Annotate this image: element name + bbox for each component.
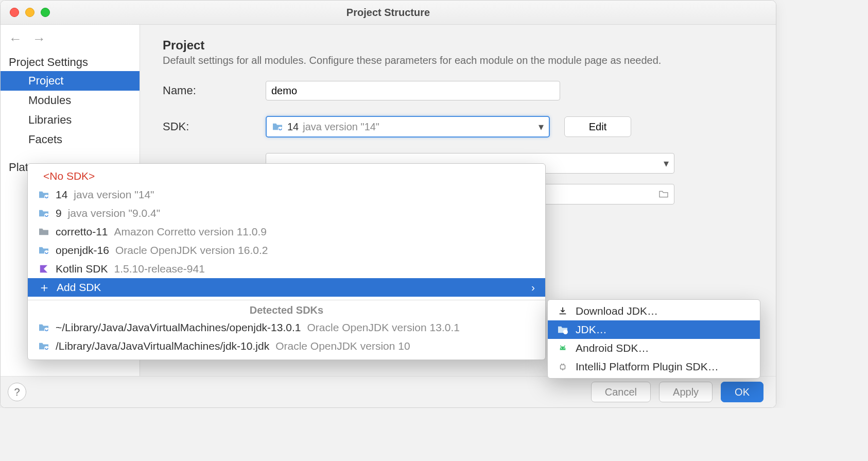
add-sdk-menu[interactable]: ＋ Add SDK › xyxy=(28,278,545,297)
submenu-label: JDK… xyxy=(576,323,607,336)
chevron-right-icon: › xyxy=(531,281,535,294)
sdk-option-name: corretto-11 xyxy=(56,226,108,238)
plugin-icon xyxy=(557,362,568,371)
cancel-button[interactable]: Cancel xyxy=(591,382,651,402)
add-sdk-label: Add SDK xyxy=(57,281,101,294)
svg-line-10 xyxy=(564,346,565,347)
detected-sdk-detail: Oracle OpenJDK version 10 xyxy=(275,340,410,352)
window-title: Project Structure xyxy=(1,7,776,19)
sdk-option[interactable]: 14 java version "14" xyxy=(28,185,545,204)
chevron-down-icon: ▾ xyxy=(539,121,544,133)
sdk-option-detail: java version "9.0.4" xyxy=(68,207,161,219)
titlebar: Project Structure xyxy=(1,1,776,25)
jdk-folder-icon xyxy=(557,325,568,334)
sidebar-item-facets[interactable]: Facets xyxy=(1,130,140,149)
nav-arrows: ← → xyxy=(1,25,140,50)
submenu-label: Download JDK… xyxy=(576,305,658,317)
submenu-label: Android SDK… xyxy=(576,342,649,354)
submenu-intellij-plugin-sdk[interactable]: IntelliJ Platform Plugin SDK… xyxy=(548,357,760,376)
android-icon xyxy=(557,344,568,353)
chevron-down-icon: ▾ xyxy=(664,157,669,169)
submenu-download-jdk[interactable]: Download JDK… xyxy=(548,302,760,320)
detected-sdk-option[interactable]: /Library/Java/JavaVirtualMachines/jdk-10… xyxy=(28,337,545,355)
svg-point-8 xyxy=(564,348,565,349)
submenu-jdk[interactable]: JDK… xyxy=(548,320,760,339)
browse-folder-icon[interactable] xyxy=(658,190,669,198)
sdk-selected-name: 14 xyxy=(287,121,299,133)
detected-sdk-path: /Library/Java/JavaVirtualMachines/jdk-10… xyxy=(56,340,269,352)
sdk-option-name: Kotlin SDK xyxy=(56,263,108,275)
sdk-option-detail: java version "14" xyxy=(74,189,154,201)
project-name-input[interactable] xyxy=(266,81,560,100)
submenu-android-sdk[interactable]: Android SDK… xyxy=(548,339,760,357)
page-title: Project xyxy=(163,38,753,53)
edit-sdk-button[interactable]: Edit xyxy=(564,116,631,137)
sdk-option-no-sdk[interactable]: <No SDK> xyxy=(28,167,545,185)
jdk-folder-icon xyxy=(38,342,49,351)
submenu-label: IntelliJ Platform Plugin SDK… xyxy=(576,361,719,373)
sdk-option-detail: Oracle OpenJDK version 16.0.2 xyxy=(115,244,268,257)
sdk-option-name: openjdk-16 xyxy=(56,244,109,257)
download-icon xyxy=(557,306,568,316)
sdk-option-name: 9 xyxy=(56,207,62,219)
detected-sdk-option[interactable]: ~/Library/Java/JavaVirtualMachines/openj… xyxy=(28,318,545,337)
sidebar-item-project[interactable]: Project xyxy=(1,71,140,91)
jdk-folder-icon xyxy=(38,323,49,332)
page-subtitle: Default settings for all modules. Config… xyxy=(163,55,753,66)
svg-line-9 xyxy=(561,346,562,347)
sdk-combobox[interactable]: 14 java version "14" ▾ xyxy=(266,116,550,138)
kotlin-icon xyxy=(38,264,49,274)
sdk-row: SDK: 14 java version "14" ▾ Edit xyxy=(163,116,753,138)
detected-sdks-heading: Detected SDKs xyxy=(28,303,545,318)
sidebar-heading-project-settings: Project Settings xyxy=(1,50,140,71)
sidebar-item-libraries[interactable]: Libraries xyxy=(1,110,140,130)
sdk-option-name: 14 xyxy=(56,189,67,201)
forward-arrow-icon[interactable]: → xyxy=(32,32,46,45)
folder-icon xyxy=(38,227,49,236)
back-arrow-icon[interactable]: ← xyxy=(9,32,22,45)
detected-sdk-path: ~/Library/Java/JavaVirtualMachines/openj… xyxy=(56,321,301,334)
plus-icon: ＋ xyxy=(38,281,50,294)
sdk-option[interactable]: Kotlin SDK 1.5.10-release-941 xyxy=(28,260,545,278)
help-button[interactable]: ? xyxy=(8,383,26,401)
sdk-option-detail: 1.5.10-release-941 xyxy=(114,263,205,275)
sdk-selected-detail: java version "14" xyxy=(303,121,379,133)
detected-sdk-detail: Oracle OpenJDK version 13.0.1 xyxy=(307,321,459,334)
sdk-label: SDK: xyxy=(163,120,266,133)
dialog-footer: ? Cancel Apply OK xyxy=(1,376,776,407)
sidebar-item-modules[interactable]: Modules xyxy=(1,91,140,110)
jdk-folder-icon xyxy=(38,190,49,199)
jdk-folder-icon xyxy=(272,122,283,131)
separator xyxy=(28,300,545,300)
ok-button[interactable]: OK xyxy=(721,382,763,402)
add-sdk-submenu: Download JDK… JDK… Android SDK… IntelliJ… xyxy=(547,299,760,379)
name-label: Name: xyxy=(163,84,266,97)
sdk-option[interactable]: openjdk-16 Oracle OpenJDK version 16.0.2 xyxy=(28,241,545,260)
sdk-option-detail: Amazon Corretto version 11.0.9 xyxy=(114,226,267,238)
name-row: Name: xyxy=(163,81,753,100)
sdk-dropdown-popup: <No SDK> 14 java version "14" 9 java ver… xyxy=(27,163,546,360)
svg-rect-11 xyxy=(561,365,565,369)
project-structure-window: Project Structure ← → Project Settings P… xyxy=(0,0,776,408)
apply-button[interactable]: Apply xyxy=(659,382,713,402)
jdk-folder-icon xyxy=(38,246,49,255)
sdk-option[interactable]: 9 java version "9.0.4" xyxy=(28,204,545,223)
jdk-folder-icon xyxy=(38,209,49,218)
svg-point-7 xyxy=(561,348,562,349)
sdk-option[interactable]: corretto-11 Amazon Corretto version 11.0… xyxy=(28,223,545,241)
